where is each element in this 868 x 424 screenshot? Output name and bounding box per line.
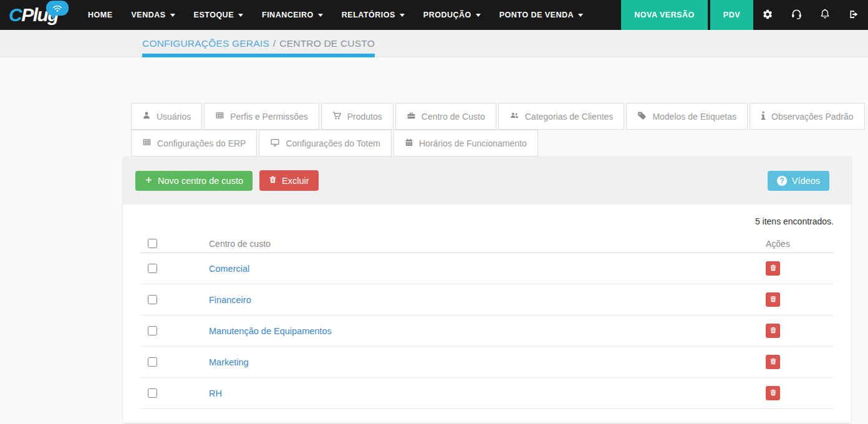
bell-icon (819, 8, 831, 22)
info-icon (761, 111, 766, 122)
trash-icon (769, 326, 777, 336)
briefcase-icon (407, 111, 416, 122)
nav-item-label: HOME (88, 11, 113, 19)
main-menu: HOME VENDAS ESTOQUE FINANCEIRO RELATÓRIO… (79, 0, 592, 30)
table-header-row: Centro de custo Ações (140, 234, 834, 253)
support-button[interactable] (782, 0, 811, 30)
videos-button[interactable]: ? Vídeos (768, 171, 829, 191)
tab-label: Modelos de Etiquetas (652, 112, 736, 122)
chevron-down-icon (578, 14, 583, 17)
excluir-button[interactable]: Excluir (259, 170, 319, 191)
tabs-row-1: Usuários Perfis e Permissões Produtos Ce… (131, 103, 868, 130)
nav-item-home[interactable]: HOME (79, 0, 122, 30)
user-icon (142, 111, 151, 122)
nav-item-label: RELATÓRIOS (342, 11, 395, 19)
headset-icon (791, 8, 803, 22)
tab-perfis-e-permissoes[interactable]: Perfis e Permissões (204, 103, 319, 130)
tags-icon (637, 111, 647, 122)
nav-item-vendas[interactable]: VENDAS (122, 0, 185, 30)
tab-label: Usuários (157, 112, 191, 122)
trash-icon (769, 388, 777, 398)
row-checkbox[interactable] (148, 357, 157, 367)
breadcrumb-strip: CONFIGURAÇÕES GERAIS / CENTRO DE CUSTO (0, 30, 868, 57)
tab-label: Perfis e Permissões (230, 112, 307, 122)
nav-item-label: PONTO DE VENDA (499, 11, 574, 19)
nav-item-financeiro[interactable]: FINANCEIRO (253, 0, 332, 30)
column-header-name: Centro de custo (209, 239, 766, 249)
delete-row-button[interactable] (766, 386, 780, 400)
tab-label: Horários de Funcionamento (419, 138, 527, 148)
nav-item-producao[interactable]: PRODUÇÃO (414, 0, 490, 30)
row-checkbox[interactable] (148, 264, 157, 273)
chevron-down-icon (238, 14, 243, 17)
table-row: Manutenção de Equipamentos (140, 316, 834, 347)
nav-item-estoque[interactable]: ESTOQUE (185, 0, 253, 30)
cost-center-link[interactable]: Financeiro (209, 295, 251, 305)
sign-out-icon (848, 9, 860, 22)
delete-row-button[interactable] (766, 261, 780, 276)
tab-label: Categorias de Clientes (525, 112, 614, 122)
table-row: RH (140, 378, 834, 409)
tab-configuracoes-do-totem[interactable]: Configurações do Totem (259, 130, 392, 157)
nav-item-ponto-de-venda[interactable]: PONTO DE VENDA (490, 0, 592, 30)
tab-observacoes-padrao[interactable]: Observações Padrão (750, 103, 865, 130)
panel-toolbar: Novo centro de custo Excluir ? Vídeos (123, 157, 851, 205)
cost-center-link[interactable]: Comercial (209, 264, 249, 274)
row-checkbox[interactable] (148, 388, 157, 398)
chevron-down-icon (400, 14, 405, 17)
breadcrumb-parent-link[interactable]: CONFIGURAÇÕES GERAIS (142, 38, 269, 49)
table-row: Marketing (140, 347, 834, 378)
tabs-row-2: Configurações do ERP Configurações do To… (131, 130, 868, 157)
chevron-down-icon (476, 14, 481, 17)
nav-item-relatorios[interactable]: RELATÓRIOS (332, 0, 414, 30)
top-navbar: CPlug HOME VENDAS ESTOQUE FINANCEIRO REL… (0, 0, 868, 30)
cost-center-link[interactable]: Marketing (209, 357, 249, 367)
settings-button[interactable] (753, 0, 782, 30)
settings-tabs: Usuários Perfis e Permissões Produtos Ce… (131, 103, 868, 157)
speech-bubble-wifi-icon (46, 1, 69, 16)
cost-center-table-area: 5 itens encontrados. Centro de custo Açõ… (123, 205, 851, 423)
tab-usuarios[interactable]: Usuários (131, 103, 202, 130)
delete-row-button[interactable] (766, 355, 780, 369)
button-label: Novo centro de custo (158, 176, 243, 186)
row-checkbox[interactable] (148, 295, 157, 304)
tab-produtos[interactable]: Produtos (321, 103, 393, 130)
novo-centro-de-custo-button[interactable]: Novo centro de custo (135, 171, 253, 191)
tab-horarios-de-funcionamento[interactable]: Horários de Funcionamento (393, 130, 538, 157)
logout-button[interactable] (839, 0, 868, 30)
breadcrumb-current: CENTRO DE CUSTO (279, 38, 375, 49)
plus-icon (145, 176, 153, 186)
nav-item-label: FINANCEIRO (262, 11, 314, 19)
users-icon (509, 111, 519, 122)
chevron-down-icon (318, 14, 323, 17)
delete-row-button[interactable] (766, 324, 780, 338)
trash-icon (769, 295, 777, 305)
notifications-button[interactable] (811, 0, 839, 30)
tab-modelos-de-etiquetas[interactable]: Modelos de Etiquetas (626, 103, 748, 130)
nav-item-label: PRODUÇÃO (423, 11, 471, 19)
table-icon (215, 111, 224, 122)
column-header-actions: Ações (766, 239, 834, 249)
nova-versao-button[interactable]: NOVA VERSÃO (621, 0, 708, 30)
nav-item-label: VENDAS (132, 11, 166, 19)
button-label: Vídeos (792, 176, 820, 186)
pdv-button[interactable]: PDV (710, 0, 753, 30)
tab-label: Configurações do Totem (286, 138, 380, 148)
navbar-right: NOVA VERSÃO PDV (619, 0, 868, 30)
tab-centro-de-custo[interactable]: Centro de Custo (395, 103, 496, 130)
cplug-logo[interactable]: CPlug (0, 0, 76, 30)
tab-configuracoes-do-erp[interactable]: Configurações do ERP (131, 130, 257, 157)
table-row: Comercial (140, 253, 834, 284)
calendar-icon (405, 138, 413, 149)
select-all-checkbox[interactable] (148, 239, 157, 248)
breadcrumb: CONFIGURAÇÕES GERAIS / CENTRO DE CUSTO (142, 30, 375, 57)
tab-label: Produtos (347, 112, 382, 122)
cost-center-link[interactable]: RH (209, 388, 222, 398)
tab-categorias-de-clientes[interactable]: Categorias de Clientes (498, 103, 625, 130)
cost-center-link[interactable]: Manutenção de Equipamentos (209, 326, 332, 336)
tab-label: Configurações do ERP (157, 138, 246, 148)
nav-item-label: ESTOQUE (194, 11, 234, 19)
delete-row-button[interactable] (766, 292, 780, 307)
row-checkbox[interactable] (148, 326, 157, 335)
tab-label: Centro de Custo (422, 112, 485, 122)
